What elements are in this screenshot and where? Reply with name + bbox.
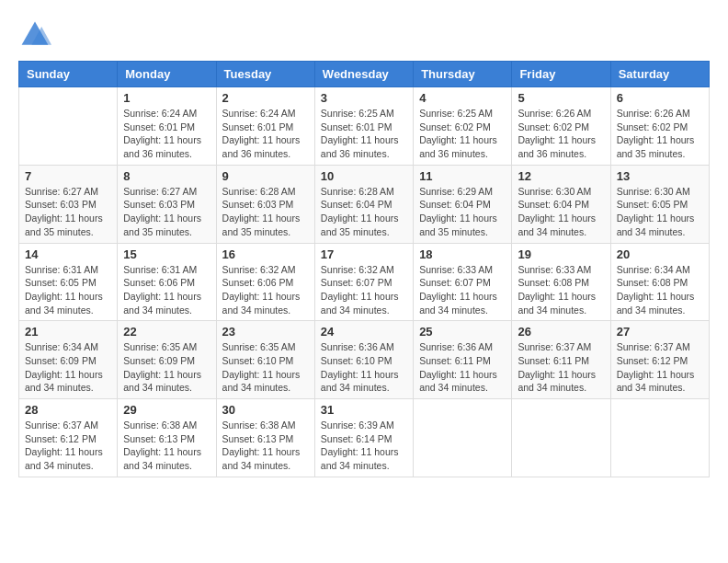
day-info: Sunrise: 6:36 AM Sunset: 6:10 PM Dayligh…: [321, 340, 407, 395]
day-number: 31: [321, 403, 407, 417]
day-info: Sunrise: 6:28 AM Sunset: 6:03 PM Dayligh…: [222, 185, 309, 239]
weekday-header-wednesday: Wednesday: [314, 62, 413, 87]
day-info: Sunrise: 6:37 AM Sunset: 6:11 PM Dayligh…: [518, 340, 604, 395]
day-number: 5: [518, 91, 604, 105]
calendar-table: SundayMondayTuesdayWednesdayThursdayFrid…: [18, 61, 710, 477]
calendar-week-3: 14Sunrise: 6:31 AM Sunset: 6:05 PM Dayli…: [19, 243, 710, 321]
day-info: Sunrise: 6:24 AM Sunset: 6:01 PM Dayligh…: [222, 107, 309, 161]
day-number: 30: [222, 403, 309, 417]
day-info: Sunrise: 6:27 AM Sunset: 6:03 PM Dayligh…: [123, 185, 210, 239]
calendar-week-1: 1Sunrise: 6:24 AM Sunset: 6:01 PM Daylig…: [19, 87, 710, 166]
day-number: 3: [321, 91, 407, 105]
day-info: Sunrise: 6:30 AM Sunset: 6:05 PM Dayligh…: [617, 185, 703, 239]
day-info: Sunrise: 6:32 AM Sunset: 6:07 PM Dayligh…: [321, 263, 407, 317]
day-number: 20: [617, 247, 703, 261]
calendar-cell: 21Sunrise: 6:34 AM Sunset: 6:09 PM Dayli…: [19, 321, 118, 399]
day-number: 29: [123, 403, 210, 417]
calendar-cell: 10Sunrise: 6:28 AM Sunset: 6:04 PM Dayli…: [314, 165, 413, 243]
day-info: Sunrise: 6:33 AM Sunset: 6:07 PM Dayligh…: [419, 263, 506, 317]
day-info: Sunrise: 6:33 AM Sunset: 6:08 PM Dayligh…: [518, 263, 604, 317]
calendar-cell: 18Sunrise: 6:33 AM Sunset: 6:07 PM Dayli…: [414, 243, 512, 321]
logo-icon: [18, 18, 51, 52]
day-number: 27: [617, 325, 703, 339]
calendar-cell: 2Sunrise: 6:24 AM Sunset: 6:01 PM Daylig…: [216, 87, 314, 166]
day-number: 4: [419, 91, 506, 105]
day-info: Sunrise: 6:29 AM Sunset: 6:04 PM Dayligh…: [419, 185, 506, 239]
calendar-cell: 23Sunrise: 6:35 AM Sunset: 6:10 PM Dayli…: [216, 321, 314, 399]
calendar-cell: 24Sunrise: 6:36 AM Sunset: 6:10 PM Dayli…: [314, 321, 413, 399]
day-number: 6: [617, 91, 703, 105]
day-info: Sunrise: 6:24 AM Sunset: 6:01 PM Dayligh…: [123, 107, 210, 161]
day-number: 12: [518, 169, 604, 183]
day-info: Sunrise: 6:25 AM Sunset: 6:01 PM Dayligh…: [321, 107, 407, 161]
calendar-cell: 13Sunrise: 6:30 AM Sunset: 6:05 PM Dayli…: [610, 165, 709, 243]
calendar-cell: 26Sunrise: 6:37 AM Sunset: 6:11 PM Dayli…: [512, 321, 610, 399]
day-number: 23: [222, 325, 309, 339]
day-number: 14: [25, 247, 111, 261]
day-info: Sunrise: 6:37 AM Sunset: 6:12 PM Dayligh…: [617, 340, 703, 395]
calendar-cell: 25Sunrise: 6:36 AM Sunset: 6:11 PM Dayli…: [414, 321, 512, 399]
calendar-cell: 8Sunrise: 6:27 AM Sunset: 6:03 PM Daylig…: [118, 165, 216, 243]
day-number: 26: [518, 325, 604, 339]
day-number: 7: [25, 169, 111, 183]
day-info: Sunrise: 6:35 AM Sunset: 6:10 PM Dayligh…: [222, 340, 309, 395]
calendar-cell: 20Sunrise: 6:34 AM Sunset: 6:08 PM Dayli…: [610, 243, 709, 321]
day-number: 8: [123, 169, 210, 183]
day-info: Sunrise: 6:39 AM Sunset: 6:14 PM Dayligh…: [321, 419, 407, 473]
day-number: 17: [321, 247, 407, 261]
calendar-cell: 28Sunrise: 6:37 AM Sunset: 6:12 PM Dayli…: [19, 399, 118, 477]
day-number: 22: [123, 325, 210, 339]
day-number: 16: [222, 247, 309, 261]
calendar-cell: 3Sunrise: 6:25 AM Sunset: 6:01 PM Daylig…: [314, 87, 413, 166]
day-info: Sunrise: 6:31 AM Sunset: 6:06 PM Dayligh…: [123, 263, 210, 317]
calendar-week-5: 28Sunrise: 6:37 AM Sunset: 6:12 PM Dayli…: [19, 399, 710, 477]
day-info: Sunrise: 6:38 AM Sunset: 6:13 PM Dayligh…: [222, 419, 309, 473]
calendar-cell: 27Sunrise: 6:37 AM Sunset: 6:12 PM Dayli…: [610, 321, 709, 399]
weekday-header-friday: Friday: [512, 62, 610, 87]
calendar-cell: [414, 399, 512, 477]
day-info: Sunrise: 6:34 AM Sunset: 6:09 PM Dayligh…: [25, 340, 111, 395]
day-number: 18: [419, 247, 506, 261]
logo: [18, 18, 57, 52]
day-info: Sunrise: 6:36 AM Sunset: 6:11 PM Dayligh…: [419, 340, 506, 395]
calendar-cell: 11Sunrise: 6:29 AM Sunset: 6:04 PM Dayli…: [414, 165, 512, 243]
calendar-cell: 22Sunrise: 6:35 AM Sunset: 6:09 PM Dayli…: [118, 321, 216, 399]
calendar-cell: 31Sunrise: 6:39 AM Sunset: 6:14 PM Dayli…: [314, 399, 413, 477]
day-number: 24: [321, 325, 407, 339]
calendar-cell: 6Sunrise: 6:26 AM Sunset: 6:02 PM Daylig…: [610, 87, 709, 166]
calendar-cell: 5Sunrise: 6:26 AM Sunset: 6:02 PM Daylig…: [512, 87, 610, 166]
calendar-cell: 29Sunrise: 6:38 AM Sunset: 6:13 PM Dayli…: [118, 399, 216, 477]
calendar-week-4: 21Sunrise: 6:34 AM Sunset: 6:09 PM Dayli…: [19, 321, 710, 399]
calendar-cell: [512, 399, 610, 477]
calendar-cell: 4Sunrise: 6:25 AM Sunset: 6:02 PM Daylig…: [414, 87, 512, 166]
day-number: 19: [518, 247, 604, 261]
day-number: 25: [419, 325, 506, 339]
day-number: 9: [222, 169, 309, 183]
day-info: Sunrise: 6:25 AM Sunset: 6:02 PM Dayligh…: [419, 107, 506, 161]
calendar-cell: 19Sunrise: 6:33 AM Sunset: 6:08 PM Dayli…: [512, 243, 610, 321]
day-info: Sunrise: 6:38 AM Sunset: 6:13 PM Dayligh…: [123, 419, 210, 473]
day-info: Sunrise: 6:31 AM Sunset: 6:05 PM Dayligh…: [25, 263, 111, 317]
calendar-cell: 16Sunrise: 6:32 AM Sunset: 6:06 PM Dayli…: [216, 243, 314, 321]
day-info: Sunrise: 6:30 AM Sunset: 6:04 PM Dayligh…: [518, 185, 604, 239]
calendar-cell: [19, 87, 118, 166]
weekday-header-thursday: Thursday: [414, 62, 512, 87]
page-header: [18, 18, 710, 52]
calendar-week-2: 7Sunrise: 6:27 AM Sunset: 6:03 PM Daylig…: [19, 165, 710, 243]
day-info: Sunrise: 6:37 AM Sunset: 6:12 PM Dayligh…: [25, 419, 111, 473]
day-number: 28: [25, 403, 111, 417]
day-info: Sunrise: 6:27 AM Sunset: 6:03 PM Dayligh…: [25, 185, 111, 239]
calendar-cell: [610, 399, 709, 477]
calendar-cell: 7Sunrise: 6:27 AM Sunset: 6:03 PM Daylig…: [19, 165, 118, 243]
calendar-header: SundayMondayTuesdayWednesdayThursdayFrid…: [19, 62, 710, 87]
calendar-cell: 17Sunrise: 6:32 AM Sunset: 6:07 PM Dayli…: [314, 243, 413, 321]
calendar-cell: 12Sunrise: 6:30 AM Sunset: 6:04 PM Dayli…: [512, 165, 610, 243]
calendar-cell: 1Sunrise: 6:24 AM Sunset: 6:01 PM Daylig…: [118, 87, 216, 166]
calendar-cell: 15Sunrise: 6:31 AM Sunset: 6:06 PM Dayli…: [118, 243, 216, 321]
calendar-body: 1Sunrise: 6:24 AM Sunset: 6:01 PM Daylig…: [19, 87, 710, 477]
weekday-header-saturday: Saturday: [610, 62, 709, 87]
day-number: 2: [222, 91, 309, 105]
weekday-header-row: SundayMondayTuesdayWednesdayThursdayFrid…: [19, 62, 710, 87]
day-number: 11: [419, 169, 506, 183]
day-number: 1: [123, 91, 210, 105]
